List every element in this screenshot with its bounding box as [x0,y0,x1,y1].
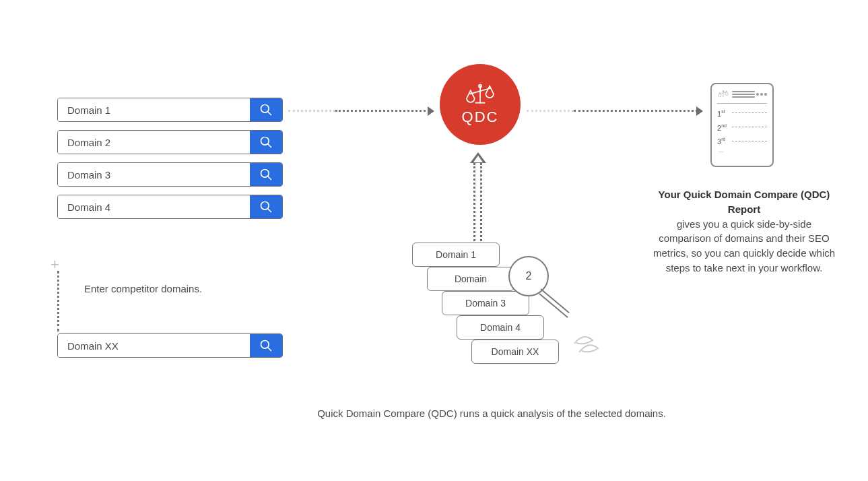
card-label: Domain 1 [436,249,476,260]
domain-input-last: Domain XX [57,333,283,366]
search-icon [259,168,273,181]
domain-input-row-2[interactable]: Domain 2 [57,130,283,154]
domain-inputs: Domain 1 Domain 2 Domain 3 Domain 4 [57,98,283,227]
card-label: Domain 4 [480,322,521,333]
domain-input-label: Domain 4 [58,195,250,218]
card-label: Domain [455,274,487,284]
magnifier-handle [539,293,568,318]
search-button[interactable] [250,163,282,186]
qdc-label: QDC [462,108,499,126]
search-icon [259,200,273,214]
arrow-qdc-to-report [527,110,702,111]
rank-row: 1st [717,109,767,118]
rank-suffix: nd [721,123,727,128]
domain-input-row-4[interactable]: Domain 4 [57,195,283,219]
scales-icon [717,90,729,99]
domain-input-label: Domain 3 [58,163,250,186]
magnifier: 2 [508,256,549,296]
svg-line-9 [268,348,271,351]
report-illustration: 1st 2nd 3rd ... [710,83,774,167]
stack-card: Domain 4 [457,315,544,340]
card-label: Domain 3 [465,298,506,309]
qdc-node: QDC [440,64,521,145]
dotted-connector [57,271,59,331]
diagram-canvas: Domain 1 Domain 2 Domain 3 Domain 4 + En… [0,0,868,481]
search-icon [259,103,273,117]
domain-input-row-3[interactable]: Domain 3 [57,162,283,187]
stack-card: Domain 1 [412,243,500,267]
header-lines [732,90,755,99]
rank-suffix: st [721,109,725,114]
magnifier-handle [540,288,569,313]
domain-input-label: Domain XX [58,334,250,357]
stack-card: Domain XX [471,340,559,364]
rank-row: 3rd [717,137,767,146]
domain-input-row-xx[interactable]: Domain XX [57,333,283,358]
rank-suffix: rd [721,137,725,141]
swoosh-icon [571,327,611,363]
arrow-stack-to-qdc [471,154,485,241]
card-label: Domain XX [492,346,539,357]
window-dots-icon [755,93,767,96]
domain-input-label: Domain 2 [58,131,250,154]
rank-row: 2nd [717,123,767,132]
search-button[interactable] [250,98,282,121]
svg-line-5 [268,177,271,180]
domain-input-label: Domain 1 [58,98,250,121]
report-body: gives you a quick side-by-side compariso… [653,218,835,274]
domain-input-row-1[interactable]: Domain 1 [57,98,283,122]
stack-caption: Quick Domain Compare (QDC) runs a quick … [290,408,694,419]
hint-text: Enter competitor domains. [84,283,202,294]
search-button[interactable] [250,334,282,357]
scales-icon [463,83,497,107]
search-button[interactable] [250,131,282,154]
search-icon [259,135,273,149]
svg-line-1 [268,112,271,115]
stack-card: Domain [427,267,514,291]
report-description: Your Quick Domain Compare (QDC) Report g… [650,187,838,276]
search-icon [259,339,273,352]
search-button[interactable] [250,195,282,218]
svg-line-3 [268,144,271,148]
svg-line-7 [268,209,271,212]
ellipsis: ... [719,147,767,154]
report-title: Your Quick Domain Compare (QDC) Report [659,189,830,215]
arrow-inputs-to-qdc [288,110,433,111]
magnified-value: 2 [526,270,532,282]
